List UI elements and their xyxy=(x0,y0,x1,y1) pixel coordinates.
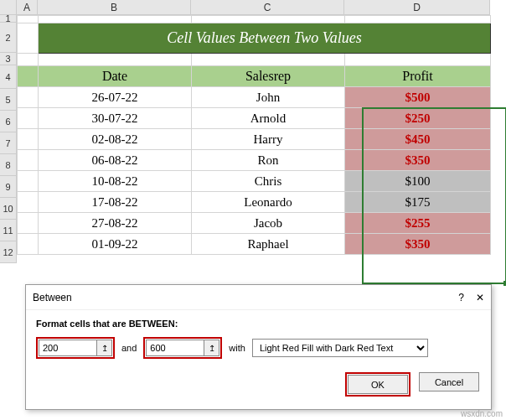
cell-date[interactable]: 10-08-22 xyxy=(39,171,192,192)
row-header-7[interactable]: 7 xyxy=(0,132,16,154)
cell-profit[interactable]: $100 xyxy=(345,171,491,192)
cell-date[interactable]: 26-07-22 xyxy=(39,87,192,108)
ok-button[interactable]: OK xyxy=(348,375,408,394)
spreadsheet-grid: Cell Values Between Two ValuesDateSalesr… xyxy=(17,15,506,255)
row-header-12[interactable]: 12 xyxy=(0,241,16,263)
header-salesrep: Salesrep xyxy=(192,66,345,87)
help-icon[interactable]: ? xyxy=(458,292,464,303)
cell[interactable] xyxy=(18,23,39,54)
dialog-title-text: Between xyxy=(33,292,72,303)
with-label: with xyxy=(229,343,245,353)
cell-date[interactable]: 17-08-22 xyxy=(39,192,192,213)
cell[interactable] xyxy=(18,192,39,213)
between-low-input[interactable] xyxy=(39,340,97,356)
row-header-10[interactable]: 10 xyxy=(0,198,16,220)
cell-profit[interactable]: $450 xyxy=(345,129,491,150)
range-picker-icon[interactable]: ↥ xyxy=(97,340,112,356)
close-icon[interactable]: ✕ xyxy=(476,292,484,303)
cell[interactable] xyxy=(39,54,192,66)
cell-salesrep[interactable]: Leonardo xyxy=(192,192,345,213)
cell[interactable] xyxy=(192,16,345,23)
cancel-button[interactable]: Cancel xyxy=(419,372,479,391)
cell-salesrep[interactable]: Harry xyxy=(192,129,345,150)
cell-date[interactable]: 06-08-22 xyxy=(39,150,192,171)
and-label: and xyxy=(121,343,137,353)
cell-date[interactable]: 01-09-22 xyxy=(39,234,192,255)
between-dialog: Between ? ✕ Format cells that are BETWEE… xyxy=(25,284,492,410)
row-header-9[interactable]: 9 xyxy=(0,176,16,198)
column-header-row: ABCD xyxy=(17,0,490,15)
cell[interactable] xyxy=(192,54,345,66)
dialog-titlebar[interactable]: Between ? ✕ xyxy=(26,285,491,310)
cell[interactable] xyxy=(18,234,39,255)
cell-salesrep[interactable]: Raphael xyxy=(192,234,345,255)
cell-profit[interactable]: $500 xyxy=(345,87,491,108)
header-profit: Profit xyxy=(345,66,491,87)
between-high-input[interactable] xyxy=(146,340,204,356)
row-header-5[interactable]: 5 xyxy=(0,89,16,111)
cell-date[interactable]: 30-07-22 xyxy=(39,108,192,129)
row-header-6[interactable]: 6 xyxy=(0,111,16,132)
cell-salesrep[interactable]: Jacob xyxy=(192,213,345,234)
row-header-8[interactable]: 8 xyxy=(0,154,16,176)
column-header-d[interactable]: D xyxy=(344,0,490,14)
row-header-3[interactable]: 3 xyxy=(0,53,16,65)
row-header-gutter: 123456789101112 xyxy=(0,0,17,263)
cell[interactable] xyxy=(18,213,39,234)
watermark-text: wsxdn.com xyxy=(461,409,503,418)
cell[interactable] xyxy=(345,16,491,23)
cell[interactable] xyxy=(18,150,39,171)
range-picker-icon[interactable]: ↥ xyxy=(204,340,219,356)
cell[interactable] xyxy=(18,66,39,87)
cell[interactable] xyxy=(18,129,39,150)
format-option-select[interactable]: Light Red Fill with Dark Red Text xyxy=(252,339,428,357)
cell-date[interactable]: 27-08-22 xyxy=(39,213,192,234)
row-header-2[interactable]: 2 xyxy=(0,23,16,53)
cell[interactable] xyxy=(18,171,39,192)
column-header-c[interactable]: C xyxy=(191,0,344,14)
cell[interactable] xyxy=(18,87,39,108)
column-header-a[interactable]: A xyxy=(17,0,38,14)
page-title: Cell Values Between Two Values xyxy=(39,23,491,54)
row-header-1[interactable]: 1 xyxy=(0,15,16,23)
cell-salesrep[interactable]: John xyxy=(192,87,345,108)
column-header-b[interactable]: B xyxy=(38,0,191,14)
header-date: Date xyxy=(39,66,192,87)
dialog-instruction: Format cells that are BETWEEN: xyxy=(36,319,481,329)
cell[interactable] xyxy=(18,54,39,66)
cell-salesrep[interactable]: Arnold xyxy=(192,108,345,129)
cell-salesrep[interactable]: Chris xyxy=(192,171,345,192)
row-header-11[interactable]: 11 xyxy=(0,220,16,241)
cell[interactable] xyxy=(18,108,39,129)
cell-profit[interactable]: $250 xyxy=(345,108,491,129)
cell-salesrep[interactable]: Ron xyxy=(192,150,345,171)
cell-date[interactable]: 02-08-22 xyxy=(39,129,192,150)
cell[interactable] xyxy=(39,16,192,23)
cell[interactable] xyxy=(345,54,491,66)
cell-profit[interactable]: $350 xyxy=(345,234,491,255)
cell-profit[interactable]: $350 xyxy=(345,150,491,171)
cell-profit[interactable]: $175 xyxy=(345,192,491,213)
row-header-4[interactable]: 4 xyxy=(0,65,16,89)
cell[interactable] xyxy=(18,16,39,23)
cell-profit[interactable]: $255 xyxy=(345,213,491,234)
